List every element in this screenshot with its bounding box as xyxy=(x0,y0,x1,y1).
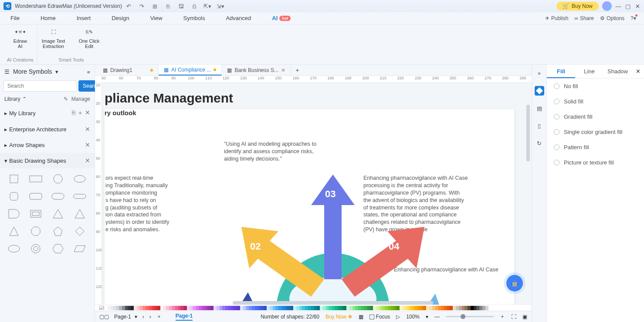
tab-fill[interactable]: Fill xyxy=(547,65,575,78)
zoom-in-icon[interactable]: ＋ xyxy=(500,313,505,320)
color-swatch[interactable] xyxy=(196,306,199,310)
history-panel-icon[interactable]: ↻ xyxy=(535,138,544,148)
zoom-out-icon[interactable]: — xyxy=(434,314,440,320)
close-section-icon[interactable]: ✕ xyxy=(85,141,90,148)
color-swatch[interactable] xyxy=(157,306,160,310)
color-swatch[interactable] xyxy=(326,306,329,310)
color-swatch[interactable] xyxy=(323,306,326,310)
close-properties-icon[interactable]: ✕ xyxy=(632,65,644,78)
menu-home[interactable]: Home xyxy=(30,12,66,24)
buy-now-button[interactable]: 🛒Buy Now xyxy=(556,2,599,10)
color-swatch[interactable] xyxy=(240,306,243,310)
color-swatch[interactable] xyxy=(476,306,479,310)
color-swatch[interactable] xyxy=(450,306,453,310)
color-swatch[interactable] xyxy=(217,306,220,310)
fill-option-picture[interactable]: Picture or texture fill xyxy=(547,155,644,170)
page-panel-icon[interactable]: ▤ xyxy=(535,103,544,113)
export-icon[interactable]: ⇱▾ xyxy=(204,3,211,10)
color-swatch[interactable] xyxy=(338,306,341,310)
shape-circle[interactable] xyxy=(50,173,66,185)
save-icon[interactable]: 🖫 xyxy=(178,3,185,10)
color-swatch[interactable] xyxy=(420,306,424,310)
color-swatch[interactable] xyxy=(429,306,432,310)
color-swatch[interactable] xyxy=(255,306,258,310)
redo-icon[interactable]: ↷ xyxy=(139,3,146,10)
color-swatch[interactable] xyxy=(373,306,376,310)
menu-file[interactable]: File xyxy=(0,12,30,24)
fullscreen-icon[interactable]: ▣ xyxy=(522,314,527,320)
fit-page-icon[interactable]: ⛶ xyxy=(511,314,516,320)
color-swatch[interactable] xyxy=(335,306,338,310)
menu-insert[interactable]: Insert xyxy=(66,12,102,24)
help-button[interactable]: ?▾ xyxy=(630,15,636,21)
color-swatch[interactable] xyxy=(163,306,166,310)
grid-view-icon[interactable]: ▦ xyxy=(359,314,363,320)
color-swatch[interactable] xyxy=(210,306,214,310)
color-swatch[interactable] xyxy=(423,306,426,310)
color-swatch[interactable] xyxy=(479,306,482,310)
ai-assistant-button[interactable]: 🤖 xyxy=(506,275,523,291)
color-swatch[interactable] xyxy=(193,306,196,310)
color-swatch[interactable] xyxy=(287,306,290,310)
color-swatch[interactable] xyxy=(160,306,163,310)
color-swatch[interactable] xyxy=(426,306,429,310)
maximize-icon[interactable]: ▢ xyxy=(625,3,631,9)
color-swatch[interactable] xyxy=(273,306,276,310)
color-swatch[interactable] xyxy=(231,306,234,310)
enterprise-arch-section[interactable]: ▸ Enterprise Architecture ✕ xyxy=(0,121,95,137)
color-swatch[interactable] xyxy=(293,306,296,310)
my-library-section[interactable]: ▸ My Library ⎘ ＋ ✕ xyxy=(0,105,95,121)
fill-option-no-fill[interactable]: No fill xyxy=(547,79,644,94)
color-swatch[interactable] xyxy=(122,306,125,310)
color-swatch[interactable] xyxy=(237,306,240,310)
doc-tab-drawing1[interactable]: ▦Drawing1 xyxy=(98,65,159,75)
color-swatch[interactable] xyxy=(379,306,382,310)
color-swatch[interactable] xyxy=(249,306,252,310)
shape-triangle[interactable] xyxy=(50,208,66,220)
fill-option-gradient[interactable]: Gradient fill xyxy=(547,109,644,124)
color-swatch[interactable] xyxy=(456,306,459,310)
color-swatch[interactable] xyxy=(414,306,417,310)
color-swatch[interactable] xyxy=(205,306,208,310)
import-icon[interactable]: ⇲▾ xyxy=(217,3,224,10)
chevron-up-icon[interactable]: ⌃ xyxy=(22,96,27,102)
doc-tab-bank-business[interactable]: ▦Bank Business S... ✕ xyxy=(222,65,291,75)
color-swatch[interactable] xyxy=(391,306,394,310)
avatar[interactable] xyxy=(602,1,612,11)
color-swatch[interactable] xyxy=(175,306,178,310)
color-swatch[interactable] xyxy=(432,306,435,310)
focus-toggle[interactable]: Focus xyxy=(369,314,390,320)
color-swatch[interactable] xyxy=(329,306,332,310)
page-selector[interactable]: Page-1▾ xyxy=(114,314,137,320)
color-swatch[interactable] xyxy=(438,306,441,310)
color-swatch[interactable] xyxy=(187,306,190,310)
color-swatch[interactable] xyxy=(485,306,488,310)
options-button[interactable]: ⚙ Options xyxy=(600,15,624,21)
color-swatch[interactable] xyxy=(125,306,128,310)
color-swatch[interactable] xyxy=(169,306,172,310)
color-swatch[interactable] xyxy=(190,306,193,310)
color-swatch[interactable] xyxy=(388,306,391,310)
color-swatch[interactable] xyxy=(252,306,255,310)
color-swatch[interactable] xyxy=(275,306,278,310)
shape-triangle-up[interactable] xyxy=(6,225,22,237)
canvas[interactable]: pliance Management ry outlook "Using AI … xyxy=(102,83,532,305)
shape-rounded-square[interactable] xyxy=(6,190,22,202)
close-section-icon[interactable]: ✕ xyxy=(85,157,90,164)
shape-stadium[interactable] xyxy=(72,190,88,202)
undo-icon[interactable]: ↶ xyxy=(125,3,132,10)
edraw-ai-button[interactable]: ✦⤧✦ Edraw AI xyxy=(7,26,33,49)
color-swatch[interactable] xyxy=(154,306,157,310)
shape-hexagon[interactable] xyxy=(50,243,66,255)
collapse-right-rail-icon[interactable]: » xyxy=(538,68,541,78)
color-swatch[interactable] xyxy=(417,306,420,310)
shape-diamond[interactable] xyxy=(72,225,88,237)
shape-triangle2[interactable] xyxy=(72,208,88,220)
color-swatch[interactable] xyxy=(243,306,246,310)
color-swatch[interactable] xyxy=(134,306,137,310)
color-swatch[interactable] xyxy=(290,306,293,310)
color-swatch[interactable] xyxy=(172,306,175,310)
more-symbols-header[interactable]: ☰ More Symbols▾ « xyxy=(0,65,95,79)
play-icon[interactable]: ▷ xyxy=(396,314,400,320)
color-swatch[interactable] xyxy=(341,306,344,310)
